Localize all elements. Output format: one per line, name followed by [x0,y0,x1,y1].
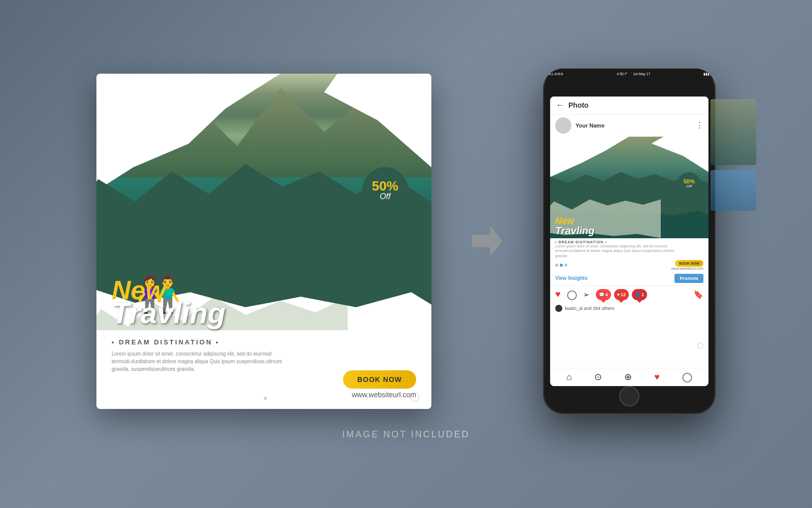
bookmark-icon[interactable]: 🔖 [693,290,703,299]
main-layout: 50% Off New Travling • DREAM DISTINATION… [0,69,812,414]
action-icons-left: ♥ ◯ ➢ [555,289,590,300]
post-subtitle: • DREAM DISTINATION • [555,240,703,244]
back-button[interactable]: ← [556,101,564,110]
card-title-area: New Travling [112,277,226,328]
avatar [555,117,571,134]
bottom-label: IMAGE NOT INCLUDED [342,429,470,440]
like-badge: ♥ 12 [614,289,629,300]
comment-count: 4 [605,292,608,297]
badge-arrow-like [619,300,624,303]
mini-discount-percent: 50% [684,179,695,184]
phone-home-button[interactable] [619,386,639,406]
badge-arrow-comment [601,300,606,303]
liker-avatar [555,305,562,312]
add-nav-icon[interactable]: ⊕ [624,371,632,383]
phone-screen: ← Photo Your Name ⋮ [550,97,708,386]
ghost-card-2 [710,170,756,211]
more-options-icon[interactable]: ⋮ [695,120,703,130]
share-icon[interactable]: ➢ [583,290,590,299]
mini-title-traveling: Travling [555,226,594,236]
mini-brush-white-right [645,137,708,172]
mini-dots-indicator [555,264,567,267]
home-nav-icon[interactable]: ⌂ [566,372,572,383]
heart-nav-icon[interactable]: ♥ [654,372,660,383]
discount-badge: 50% Off [362,167,408,213]
post-image: 50% Off New Travling [550,137,708,238]
title-traveling: Travling [112,298,226,328]
view-insights-button[interactable]: View Insights [555,275,588,281]
mini-title-new: New [555,216,594,226]
likes-row: lwaito_al and 394 others [550,303,708,314]
card-body-text: Lorem ipsum dolor sit amet, consectetur … [112,350,284,373]
post-subtitle-area: • DREAM DISTINATION • Lorem ipsum dolor … [550,238,708,271]
mini-scroll-circle [697,342,703,348]
phone-wrapper: ALAMA 4:50 PM | 1st May 17 ▮▮▮ ← Photo Y… [543,69,716,414]
profile-nav-icon[interactable]: ◯ [682,371,692,383]
card-bottom-row: BOOK NOW www.websiteurl.com [112,370,416,399]
mini-book-now-button[interactable]: BOOK NOW [675,260,703,267]
photo-title: Photo [568,101,589,109]
mini-title-area: New Travling [555,216,594,236]
promote-button[interactable]: Promote [674,274,703,283]
mini-discount-badge: 50% Off [678,172,700,195]
mini-brush-white-left [550,137,629,177]
like-count: 12 [621,292,626,297]
phone-mockup: ALAMA 4:50 PM | 1st May 17 ▮▮▮ ← Photo Y… [543,69,716,414]
website-url: www.websiteurl.com [352,391,416,399]
insight-row: View Insights Promote [550,271,708,286]
card-bottom-area: • DREAM DISTINATION • Lorem ipsum dolor … [96,330,431,409]
comment-icon-small: 💬 [599,292,604,297]
insta-header: ← Photo [550,97,708,114]
phone-notch [624,73,634,83]
bottom-nav: ⌂ ⊙ ⊕ ♥ ◯ [550,368,708,386]
right-arrow-icon [472,226,502,257]
comment-icon[interactable]: ◯ [567,289,577,300]
arrow-container [472,226,502,257]
book-now-button[interactable]: BOOK NOW [343,370,416,389]
battery-indicator: ▮▮▮ [703,72,709,76]
discount-off: Off [380,193,390,201]
mini-website-url: www.websiteurl.com [671,267,703,270]
likes-text: lwaito_al and 394 others [565,306,615,311]
post-header: Your Name ⋮ [550,114,708,137]
card-subtitle: • DREAM DISTINATION • [112,338,416,346]
message-count: 1 [641,292,644,297]
heart-icon[interactable]: ♥ [555,289,561,300]
post-description: Lorem ipsum dolor sit amet, consectetur … [555,244,677,259]
badge-arrow-msg [637,300,642,303]
carrier-label: ALAMA [549,72,564,76]
discount-percent: 50% [372,179,398,193]
like-icon-small: ♥ [617,292,620,297]
social-card: 50% Off New Travling • DREAM DISTINATION… [96,74,431,409]
comment-badge: 💬 4 [596,289,611,300]
ghost-card-1 [710,99,756,165]
message-badge: 👤 1 [632,289,647,300]
msg-icon-small: 👤 [635,292,640,297]
mini-discount-off: Off [687,184,692,188]
search-nav-icon[interactable]: ⊙ [594,371,602,383]
username: Your Name [576,122,604,129]
actions-row: ♥ ◯ ➢ 💬 4 ♥ 12 [550,286,708,303]
notification-badges: 💬 4 ♥ 12 👤 1 [596,289,647,300]
